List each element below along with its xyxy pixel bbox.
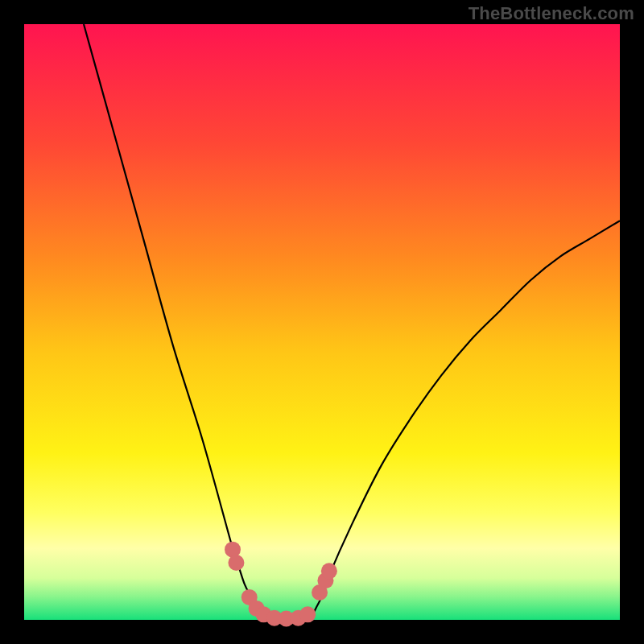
- branding-watermark: TheBottleneck.com: [469, 3, 634, 24]
- outer-frame: TheBottleneck.com: [0, 0, 644, 644]
- highlight-dot: [228, 555, 244, 571]
- bottleneck-chart: [0, 0, 644, 644]
- plot-background: [24, 24, 620, 620]
- highlight-dot: [321, 563, 337, 579]
- highlight-dot: [299, 606, 316, 622]
